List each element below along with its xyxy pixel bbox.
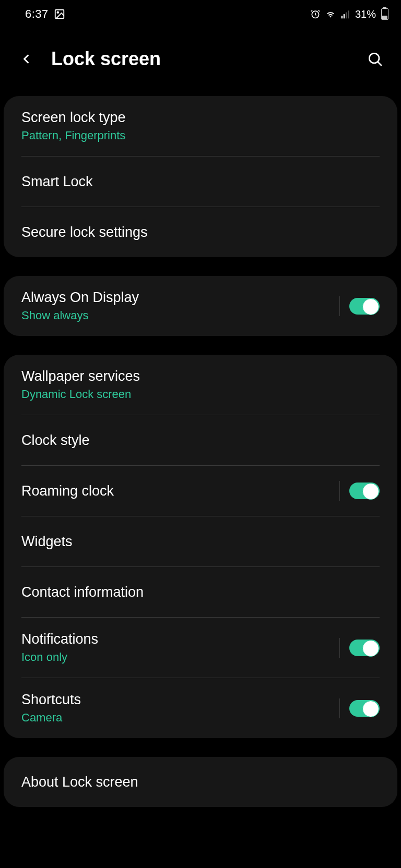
row-notifications[interactable]: Notifications Icon only	[4, 618, 397, 678]
row-shortcuts[interactable]: Shortcuts Camera	[4, 678, 397, 738]
row-title: Contact information	[21, 584, 380, 600]
page-header: Lock screen	[0, 27, 401, 96]
settings-group: Screen lock type Pattern, Fingerprints S…	[4, 96, 397, 257]
toggle-separator	[339, 481, 340, 501]
svg-rect-5	[346, 13, 347, 19]
row-title: Notifications	[21, 631, 330, 647]
row-title: Clock style	[21, 432, 380, 449]
svg-rect-3	[341, 16, 343, 18]
row-always-on-display[interactable]: Always On Display Show always	[4, 276, 397, 336]
row-subtitle: Dynamic Lock screen	[21, 388, 380, 401]
search-icon	[367, 51, 383, 67]
row-subtitle: Icon only	[21, 650, 330, 664]
row-title: About Lock screen	[21, 774, 380, 790]
row-title: Smart Lock	[21, 174, 380, 190]
row-title: Widgets	[21, 534, 380, 550]
toggle-always-on-display[interactable]	[349, 298, 380, 315]
row-contact-information[interactable]: Contact information	[4, 567, 397, 617]
toggle-shortcuts[interactable]	[349, 700, 380, 717]
row-screen-lock-type[interactable]: Screen lock type Pattern, Fingerprints	[4, 96, 397, 156]
svg-point-1	[57, 11, 58, 13]
settings-content: Screen lock type Pattern, Fingerprints S…	[0, 96, 401, 807]
toggle-roaming-clock[interactable]	[349, 483, 380, 499]
row-title: Secure lock settings	[21, 224, 380, 240]
row-wallpaper-services[interactable]: Wallpaper services Dynamic Lock screen	[4, 355, 397, 415]
row-subtitle: Show always	[21, 309, 330, 322]
battery-icon	[381, 8, 388, 20]
row-title: Always On Display	[21, 290, 330, 306]
chevron-left-icon	[19, 52, 33, 66]
toggle-separator	[339, 638, 340, 658]
row-subtitle: Camera	[21, 711, 330, 725]
row-about-lock-screen[interactable]: About Lock screen	[4, 757, 397, 807]
row-roaming-clock[interactable]: Roaming clock	[4, 466, 397, 516]
row-clock-style[interactable]: Clock style	[4, 415, 397, 465]
picture-icon	[54, 8, 65, 20]
toggle-separator	[339, 698, 340, 718]
row-secure-lock-settings[interactable]: Secure lock settings	[4, 207, 397, 257]
row-subtitle: Pattern, Fingerprints	[21, 129, 380, 142]
row-title: Roaming clock	[21, 483, 330, 499]
svg-rect-4	[344, 14, 345, 18]
settings-group: Always On Display Show always	[4, 276, 397, 336]
settings-group: Wallpaper services Dynamic Lock screen C…	[4, 355, 397, 738]
toggle-separator	[339, 296, 340, 316]
status-bar: 6:37 31%	[0, 0, 401, 27]
battery-percent: 31%	[355, 8, 376, 20]
row-smart-lock[interactable]: Smart Lock	[4, 156, 397, 207]
search-button[interactable]	[364, 49, 385, 69]
page-title: Lock screen	[51, 48, 350, 70]
signal-icon	[340, 9, 351, 19]
row-title: Shortcuts	[21, 692, 330, 708]
row-title: Wallpaper services	[21, 368, 380, 384]
svg-line-8	[378, 62, 381, 65]
wifi-icon	[325, 9, 336, 19]
back-button[interactable]	[16, 49, 37, 69]
svg-rect-6	[348, 10, 349, 18]
row-widgets[interactable]: Widgets	[4, 516, 397, 566]
toggle-notifications[interactable]	[349, 640, 380, 656]
status-time: 6:37	[25, 7, 49, 21]
row-title: Screen lock type	[21, 110, 380, 126]
alarm-icon	[310, 9, 321, 19]
settings-group: About Lock screen	[4, 757, 397, 807]
